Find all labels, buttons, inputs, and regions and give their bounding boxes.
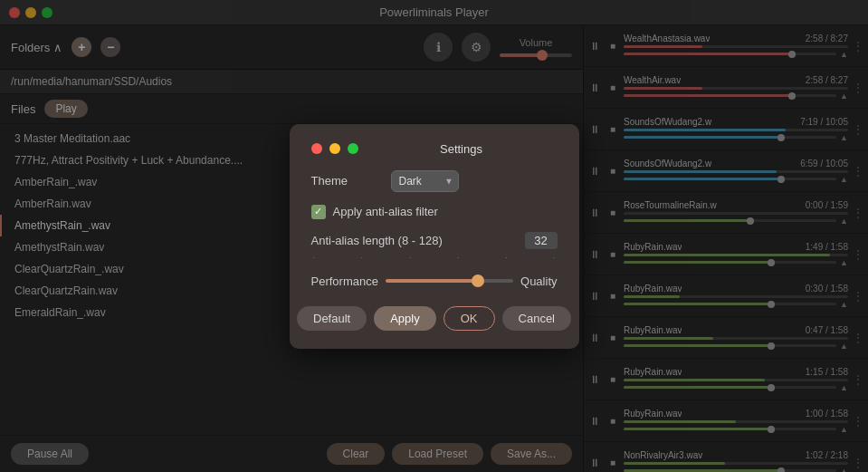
tick-3: · — [409, 253, 412, 262]
antialias-checkbox-row: ✓ Apply anti-alias filter — [311, 205, 558, 219]
ok-button[interactable]: OK — [444, 306, 495, 331]
theme-row: Theme Dark Light System ▼ — [311, 170, 558, 192]
modal-titlebar: Settings — [311, 142, 558, 156]
theme-select-wrapper: Dark Light System ▼ — [391, 170, 459, 192]
tick-4: · — [457, 253, 460, 262]
quality-label: Quality — [520, 275, 557, 288]
tick-1: · — [313, 253, 316, 262]
performance-row: Performance Quality — [311, 275, 558, 288]
settings-modal: Settings Theme Dark Light System ▼ ✓ App… — [290, 124, 579, 349]
modal-overlay: Settings Theme Dark Light System ▼ ✓ App… — [0, 0, 868, 472]
antialias-length-row: Anti-alias length (8 - 128) 32 — [311, 232, 558, 249]
modal-min-button[interactable] — [329, 143, 340, 154]
modal-actions: Default Apply OK Cancel — [311, 306, 558, 331]
tick-6: · — [553, 253, 556, 262]
tick-2: · — [361, 253, 364, 262]
apply-button[interactable]: Apply — [374, 306, 436, 331]
antialias-length-value: 32 — [525, 232, 558, 249]
modal-close-button[interactable] — [311, 143, 322, 154]
modal-max-button[interactable] — [348, 143, 358, 154]
cancel-button[interactable]: Cancel — [502, 306, 571, 331]
theme-label: Theme — [311, 174, 384, 188]
tick-5: · — [505, 253, 508, 262]
checkmark-icon: ✓ — [314, 206, 322, 217]
default-button[interactable]: Default — [297, 306, 367, 331]
perf-ticks: · · · · · · — [311, 253, 558, 262]
performance-slider[interactable] — [386, 279, 513, 283]
antialias-checkbox-label: Apply anti-alias filter — [333, 205, 438, 218]
performance-label: Performance — [311, 275, 378, 288]
modal-title: Settings — [366, 142, 558, 156]
antialias-checkbox[interactable]: ✓ — [311, 205, 326, 219]
antialias-length-label: Anti-alias length (8 - 128) — [311, 234, 518, 247]
theme-select[interactable]: Dark Light System — [391, 170, 459, 192]
